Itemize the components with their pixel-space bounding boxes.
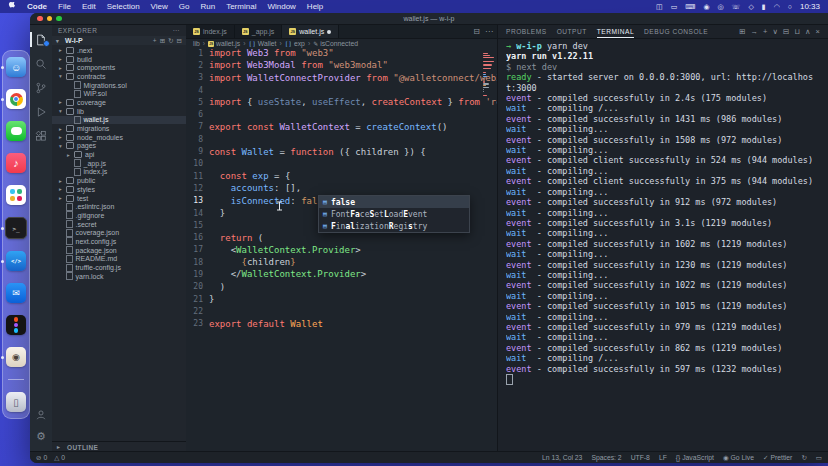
menubar-bluetooth-icon[interactable]: ◇ <box>748 0 753 13</box>
folder-test[interactable]: ▸test <box>52 194 186 203</box>
file-wallet.js[interactable]: wallet.js <box>52 116 186 125</box>
code-line-23[interactable]: 23export default Wallet <box>186 318 497 330</box>
dock-vscode-icon[interactable]: </> <box>6 251 26 271</box>
menubar-clock[interactable]: 10:33 <box>800 2 820 11</box>
dock-terminal-icon[interactable]: >_ <box>5 217 27 239</box>
status-item-ln-13-col-23[interactable]: Ln 13, Col 23 <box>542 454 582 461</box>
explorer-icon[interactable] <box>32 32 50 47</box>
run-debug-icon[interactable] <box>32 104 50 119</box>
tab-wallet.js[interactable]: JSwallet.js <box>282 25 339 38</box>
close-terminal-icon[interactable]: × <box>816 27 820 36</box>
menubar-keyboard-icon[interactable]: ⌨ <box>685 0 695 13</box>
code-line-9[interactable]: 9const Wallet = function ({ children }) … <box>186 145 497 157</box>
code-line-7[interactable]: 7export const WalletContext = createCont… <box>186 121 497 133</box>
dock-messages-icon[interactable] <box>6 121 26 141</box>
status-item-prettier[interactable]: ✓Prettier <box>763 454 792 462</box>
file-app.js[interactable]: _app.js <box>52 159 186 168</box>
folder-lib[interactable]: ▾lib <box>52 107 186 116</box>
menu-item-edit[interactable]: Edit <box>82 2 96 11</box>
tab-app.js[interactable]: JS_app.js <box>235 25 283 38</box>
file-coverage.json[interactable]: coverage.json <box>52 228 186 237</box>
code-line-17[interactable]: 17 <WalletContext.Provider> <box>186 244 497 256</box>
code-editor[interactable]: 1import Web3 from "web3"2import Web3Moda… <box>186 47 497 452</box>
explorer-action-icon-1[interactable]: ⊞ <box>160 37 165 45</box>
dock-finder-icon[interactable]: ☺ <box>6 57 26 77</box>
breadcrumb-isConnected[interactable]: ✎isConnected <box>313 40 358 47</box>
grid-terminal-icon[interactable]: ⊞ <box>739 27 745 36</box>
folder-public[interactable]: ▸public <box>52 176 186 185</box>
settings-icon[interactable]: ⚙ <box>32 429 50 444</box>
editor-action-icon-0[interactable]: ⊟ <box>473 27 480 36</box>
panel-tab-terminal[interactable]: TERMINAL <box>597 25 634 38</box>
new-terminal-icon[interactable]: + <box>763 27 767 36</box>
file-yarn.lock[interactable]: yarn.lock <box>52 272 186 281</box>
explorer-action-icon-0[interactable]: + <box>153 37 157 45</box>
status-problems-0[interactable]: ⊘0 <box>36 454 47 462</box>
file-truffle-config.js[interactable]: truffle-config.js <box>52 263 186 272</box>
search-icon[interactable] <box>32 56 50 71</box>
folder-contracts[interactable]: ▾contracts <box>52 72 186 81</box>
suggestion-FinalizationRegistry[interactable]: ▤FinalizationRegistry <box>319 220 469 232</box>
file-index.js[interactable]: index.js <box>52 168 186 177</box>
status-item-spaces-2[interactable]: Spaces: 2 <box>591 454 621 461</box>
code-line-16[interactable]: 16 return ( <box>186 231 497 243</box>
tab-index.js[interactable]: JSindex.js <box>186 25 235 38</box>
file-.gitignore[interactable]: .gitignore <box>52 211 186 220</box>
code-line-22[interactable]: 22 <box>186 305 497 317</box>
arrow-terminal-icon[interactable]: → <box>751 27 759 36</box>
dock-chrome-icon[interactable] <box>6 89 26 109</box>
menubar-record-icon[interactable]: ◉ <box>703 0 709 13</box>
file-.eslintrc.json[interactable]: .eslintrc.json <box>52 202 186 211</box>
minimize-window-button[interactable] <box>47 16 53 22</box>
file-README.md[interactable]: README.md <box>52 255 186 264</box>
folder-coverage[interactable]: ▸coverage <box>52 98 186 107</box>
file-.secret[interactable]: .secret <box>52 220 186 229</box>
folder-components[interactable]: ▸components <box>52 63 186 72</box>
dock-trash-icon[interactable]: ▯ <box>6 392 26 412</box>
file-WIP.sol[interactable]: WIP.sol <box>52 89 186 98</box>
code-line-1[interactable]: 1import Web3 from "web3" <box>186 47 497 59</box>
file-package.json[interactable]: package.json <box>52 246 186 255</box>
folder-pages[interactable]: ▾pages <box>52 142 186 151</box>
folder-api[interactable]: ▸api <box>52 150 186 159</box>
split-terminal-icon[interactable]: ⊟ <box>783 27 789 36</box>
menu-item-terminal[interactable]: Terminal <box>226 2 256 11</box>
folder-nodemodules[interactable]: ▸node_modules <box>52 133 186 142</box>
dock-slack-icon[interactable] <box>6 185 26 205</box>
zoom-window-button[interactable] <box>56 16 62 22</box>
status-item-lf[interactable]: LF <box>659 454 667 461</box>
breadcrumb-lib[interactable]: lib <box>193 40 200 47</box>
explorer-more-actions-icon[interactable]: ⋯ <box>173 27 181 35</box>
menu-item-help[interactable]: Help <box>307 2 323 11</box>
code-line-5[interactable]: 5import { useState, useEffect, createCon… <box>186 96 497 108</box>
status-problems-1[interactable]: △0 <box>54 454 65 462</box>
folder-build[interactable]: ▸build <box>52 55 186 64</box>
code-line-11[interactable]: 11 const exp = { <box>186 170 497 182</box>
menubar-focus-icon[interactable]: ◎ <box>718 0 724 13</box>
editor-action-icon-1[interactable]: ⋯ <box>485 27 493 36</box>
account-icon[interactable] <box>32 407 50 422</box>
menu-item-window[interactable]: Window <box>267 2 295 11</box>
panel-tab-output[interactable]: OUTPUT <box>557 25 587 38</box>
dropdown-terminal-icon[interactable]: ∨ <box>772 27 778 36</box>
code-line-12[interactable]: 12 accounts: [], <box>186 182 497 194</box>
explorer-action-icon-3[interactable]: ⊟ <box>177 37 182 45</box>
menubar-wifi-icon[interactable]: ◠ <box>774 0 780 13</box>
menu-item-selection[interactable]: Selection <box>107 2 140 11</box>
window-title-bar[interactable]: wallet.js — w-i-p <box>30 13 828 25</box>
menu-item-file[interactable]: File <box>58 2 71 11</box>
panel-tab-problems[interactable]: PROBLEMS <box>506 25 547 38</box>
menu-item-go[interactable]: Go <box>179 2 190 11</box>
status-item-javascript[interactable]: {}JavaScript <box>676 454 714 461</box>
breadcrumb-wallet.js[interactable]: JSwallet.js <box>208 40 240 47</box>
folder-migrations[interactable]: ▸migrations <box>52 124 186 133</box>
apple-menu-icon[interactable] <box>8 2 16 11</box>
file-Migrations.sol[interactable]: Migrations.sol <box>52 81 186 90</box>
code-line-6[interactable]: 6 <box>186 108 497 120</box>
breadcrumb-Wallet[interactable]: []Wallet <box>249 40 277 47</box>
explorer-action-icon-2[interactable]: ↻ <box>168 37 173 45</box>
menu-item-run[interactable]: Run <box>200 2 215 11</box>
folder-styles[interactable]: ▸styles <box>52 185 186 194</box>
status-item-go-live[interactable]: ◉Go Live <box>723 454 754 462</box>
extensions-icon[interactable] <box>32 128 50 143</box>
